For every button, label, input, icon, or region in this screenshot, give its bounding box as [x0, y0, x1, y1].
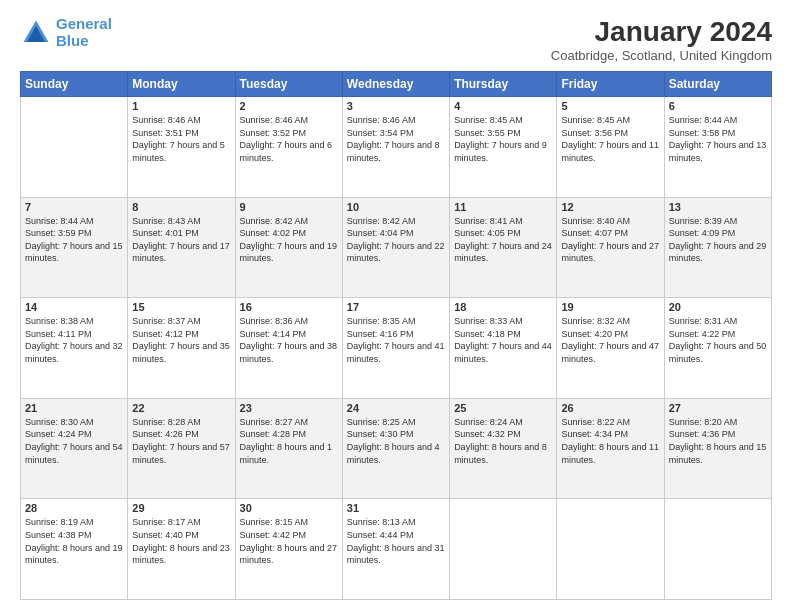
day-cell: 25Sunrise: 8:24 AMSunset: 4:32 PMDayligh…	[450, 398, 557, 499]
day-number: 5	[561, 100, 659, 112]
day-cell	[664, 499, 771, 600]
day-cell: 15Sunrise: 8:37 AMSunset: 4:12 PMDayligh…	[128, 298, 235, 399]
day-cell: 31Sunrise: 8:13 AMSunset: 4:44 PMDayligh…	[342, 499, 449, 600]
header-monday: Monday	[128, 72, 235, 97]
day-info: Sunrise: 8:44 AMSunset: 3:58 PMDaylight:…	[669, 114, 767, 164]
day-info: Sunrise: 8:46 AMSunset: 3:54 PMDaylight:…	[347, 114, 445, 164]
day-number: 22	[132, 402, 230, 414]
day-info: Sunrise: 8:38 AMSunset: 4:11 PMDaylight:…	[25, 315, 123, 365]
day-info: Sunrise: 8:32 AMSunset: 4:20 PMDaylight:…	[561, 315, 659, 365]
day-cell: 9Sunrise: 8:42 AMSunset: 4:02 PMDaylight…	[235, 197, 342, 298]
day-info: Sunrise: 8:31 AMSunset: 4:22 PMDaylight:…	[669, 315, 767, 365]
day-number: 6	[669, 100, 767, 112]
day-cell: 29Sunrise: 8:17 AMSunset: 4:40 PMDayligh…	[128, 499, 235, 600]
day-cell: 30Sunrise: 8:15 AMSunset: 4:42 PMDayligh…	[235, 499, 342, 600]
day-number: 8	[132, 201, 230, 213]
day-cell: 4Sunrise: 8:45 AMSunset: 3:55 PMDaylight…	[450, 97, 557, 198]
day-info: Sunrise: 8:43 AMSunset: 4:01 PMDaylight:…	[132, 215, 230, 265]
day-cell: 8Sunrise: 8:43 AMSunset: 4:01 PMDaylight…	[128, 197, 235, 298]
logo-text: General Blue	[56, 16, 112, 49]
day-info: Sunrise: 8:39 AMSunset: 4:09 PMDaylight:…	[669, 215, 767, 265]
day-number: 20	[669, 301, 767, 313]
day-number: 14	[25, 301, 123, 313]
day-cell	[557, 499, 664, 600]
day-number: 24	[347, 402, 445, 414]
day-info: Sunrise: 8:22 AMSunset: 4:34 PMDaylight:…	[561, 416, 659, 466]
day-number: 25	[454, 402, 552, 414]
day-info: Sunrise: 8:46 AMSunset: 3:51 PMDaylight:…	[132, 114, 230, 164]
day-info: Sunrise: 8:46 AMSunset: 3:52 PMDaylight:…	[240, 114, 338, 164]
day-info: Sunrise: 8:19 AMSunset: 4:38 PMDaylight:…	[25, 516, 123, 566]
page: General Blue January 2024 Coatbridge, Sc…	[0, 0, 792, 612]
day-info: Sunrise: 8:44 AMSunset: 3:59 PMDaylight:…	[25, 215, 123, 265]
day-number: 29	[132, 502, 230, 514]
day-cell: 26Sunrise: 8:22 AMSunset: 4:34 PMDayligh…	[557, 398, 664, 499]
day-info: Sunrise: 8:15 AMSunset: 4:42 PMDaylight:…	[240, 516, 338, 566]
day-cell: 16Sunrise: 8:36 AMSunset: 4:14 PMDayligh…	[235, 298, 342, 399]
day-number: 31	[347, 502, 445, 514]
header-sunday: Sunday	[21, 72, 128, 97]
header: General Blue January 2024 Coatbridge, Sc…	[20, 16, 772, 63]
day-number: 23	[240, 402, 338, 414]
calendar-table: SundayMondayTuesdayWednesdayThursdayFrid…	[20, 71, 772, 600]
day-info: Sunrise: 8:13 AMSunset: 4:44 PMDaylight:…	[347, 516, 445, 566]
day-info: Sunrise: 8:37 AMSunset: 4:12 PMDaylight:…	[132, 315, 230, 365]
day-cell: 10Sunrise: 8:42 AMSunset: 4:04 PMDayligh…	[342, 197, 449, 298]
day-cell: 2Sunrise: 8:46 AMSunset: 3:52 PMDaylight…	[235, 97, 342, 198]
day-cell: 12Sunrise: 8:40 AMSunset: 4:07 PMDayligh…	[557, 197, 664, 298]
month-title: January 2024	[551, 16, 772, 48]
day-cell: 21Sunrise: 8:30 AMSunset: 4:24 PMDayligh…	[21, 398, 128, 499]
day-cell: 27Sunrise: 8:20 AMSunset: 4:36 PMDayligh…	[664, 398, 771, 499]
week-row-4: 21Sunrise: 8:30 AMSunset: 4:24 PMDayligh…	[21, 398, 772, 499]
week-row-3: 14Sunrise: 8:38 AMSunset: 4:11 PMDayligh…	[21, 298, 772, 399]
logo-icon	[20, 17, 52, 49]
day-number: 7	[25, 201, 123, 213]
logo: General Blue	[20, 16, 112, 49]
day-cell: 13Sunrise: 8:39 AMSunset: 4:09 PMDayligh…	[664, 197, 771, 298]
day-number: 4	[454, 100, 552, 112]
day-info: Sunrise: 8:20 AMSunset: 4:36 PMDaylight:…	[669, 416, 767, 466]
day-cell: 5Sunrise: 8:45 AMSunset: 3:56 PMDaylight…	[557, 97, 664, 198]
day-number: 2	[240, 100, 338, 112]
day-cell	[21, 97, 128, 198]
day-number: 10	[347, 201, 445, 213]
day-number: 30	[240, 502, 338, 514]
day-number: 26	[561, 402, 659, 414]
day-info: Sunrise: 8:45 AMSunset: 3:55 PMDaylight:…	[454, 114, 552, 164]
header-saturday: Saturday	[664, 72, 771, 97]
day-info: Sunrise: 8:36 AMSunset: 4:14 PMDaylight:…	[240, 315, 338, 365]
day-cell	[450, 499, 557, 600]
day-cell: 3Sunrise: 8:46 AMSunset: 3:54 PMDaylight…	[342, 97, 449, 198]
day-number: 3	[347, 100, 445, 112]
week-row-1: 1Sunrise: 8:46 AMSunset: 3:51 PMDaylight…	[21, 97, 772, 198]
logo-general: General	[56, 15, 112, 32]
day-cell: 23Sunrise: 8:27 AMSunset: 4:28 PMDayligh…	[235, 398, 342, 499]
day-cell: 14Sunrise: 8:38 AMSunset: 4:11 PMDayligh…	[21, 298, 128, 399]
day-number: 19	[561, 301, 659, 313]
day-info: Sunrise: 8:25 AMSunset: 4:30 PMDaylight:…	[347, 416, 445, 466]
location: Coatbridge, Scotland, United Kingdom	[551, 48, 772, 63]
day-info: Sunrise: 8:17 AMSunset: 4:40 PMDaylight:…	[132, 516, 230, 566]
day-number: 21	[25, 402, 123, 414]
day-number: 17	[347, 301, 445, 313]
day-cell: 1Sunrise: 8:46 AMSunset: 3:51 PMDaylight…	[128, 97, 235, 198]
day-number: 11	[454, 201, 552, 213]
day-info: Sunrise: 8:45 AMSunset: 3:56 PMDaylight:…	[561, 114, 659, 164]
header-friday: Friday	[557, 72, 664, 97]
header-thursday: Thursday	[450, 72, 557, 97]
day-info: Sunrise: 8:42 AMSunset: 4:04 PMDaylight:…	[347, 215, 445, 265]
day-cell: 11Sunrise: 8:41 AMSunset: 4:05 PMDayligh…	[450, 197, 557, 298]
day-number: 9	[240, 201, 338, 213]
day-number: 28	[25, 502, 123, 514]
day-info: Sunrise: 8:40 AMSunset: 4:07 PMDaylight:…	[561, 215, 659, 265]
logo-blue: Blue	[56, 32, 89, 49]
day-cell: 28Sunrise: 8:19 AMSunset: 4:38 PMDayligh…	[21, 499, 128, 600]
day-number: 15	[132, 301, 230, 313]
day-info: Sunrise: 8:35 AMSunset: 4:16 PMDaylight:…	[347, 315, 445, 365]
day-info: Sunrise: 8:33 AMSunset: 4:18 PMDaylight:…	[454, 315, 552, 365]
day-number: 27	[669, 402, 767, 414]
day-cell: 6Sunrise: 8:44 AMSunset: 3:58 PMDaylight…	[664, 97, 771, 198]
day-cell: 24Sunrise: 8:25 AMSunset: 4:30 PMDayligh…	[342, 398, 449, 499]
header-tuesday: Tuesday	[235, 72, 342, 97]
day-info: Sunrise: 8:41 AMSunset: 4:05 PMDaylight:…	[454, 215, 552, 265]
